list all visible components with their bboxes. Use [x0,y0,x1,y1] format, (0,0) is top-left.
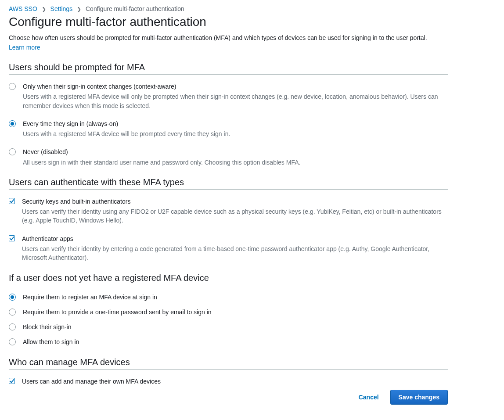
option-label: Users can add and manage their own MFA d… [22,377,448,385]
option-desc: Users can verify their identity using an… [22,207,448,225]
footer-actions: Cancel Save changes [9,390,448,405]
chevron-right-icon: ❯ [77,6,81,12]
no-device-option-group: Require them to register an MFA device a… [9,293,448,347]
page-description: Choose how often users should be prompte… [9,34,448,52]
radio-block[interactable] [9,323,16,330]
option-label: Require them to provide a one-time passw… [23,308,448,316]
checkbox-security-keys[interactable] [9,198,15,204]
option-desc: All users sign in with their standard us… [23,158,448,167]
types-option-security-keys[interactable]: Security keys and built-in authenticator… [9,197,448,225]
option-desc: Users can verify their identity by enter… [22,244,448,262]
breadcrumb-aws-sso[interactable]: AWS SSO [9,5,37,12]
cancel-button[interactable]: Cancel [354,390,383,404]
manage-option-users-manage-own[interactable]: Users can add and manage their own MFA d… [9,377,448,385]
section-title-no-device: If a user does not yet have a registered… [9,273,448,285]
checkbox-users-manage-own[interactable] [9,378,15,384]
learn-more-link[interactable]: Learn more [9,43,40,52]
prompt-option-never[interactable]: Never (disabled) All users sign in with … [9,148,448,166]
radio-context-aware[interactable] [9,83,16,90]
no-device-option-block[interactable]: Block their sign-in [9,323,448,332]
section-title-types: Users can authenticate with these MFA ty… [9,177,448,190]
page-description-text: Choose how often users should be prompte… [9,34,427,41]
prompt-option-context-aware[interactable]: Only when their sign-in context changes … [9,83,448,110]
manage-option-group: Users can add and manage their own MFA d… [9,377,448,385]
save-changes-button[interactable]: Save changes [390,390,448,405]
option-desc: Users with a registered MFA device will … [23,92,448,110]
no-device-option-allow[interactable]: Allow them to sign in [9,338,448,347]
breadcrumb-current: Configure multi-factor authentication [86,5,184,12]
option-label: Allow them to sign in [23,338,448,346]
option-label: Block their sign-in [23,323,448,331]
breadcrumb: AWS SSO ❯ Settings ❯ Configure multi-fac… [9,5,495,12]
option-label: Never (disabled) [23,148,448,156]
no-device-option-email-otp[interactable]: Require them to provide a one-time passw… [9,308,448,317]
types-option-group: Security keys and built-in authenticator… [9,197,448,262]
option-label: Only when their sign-in context changes … [23,83,448,90]
no-device-option-require-register[interactable]: Require them to register an MFA device a… [9,293,448,302]
page-title: Configure multi-factor authentication [9,15,448,31]
breadcrumb-settings[interactable]: Settings [50,5,73,12]
types-option-authenticator-apps[interactable]: Authenticator apps Users can verify thei… [9,235,448,262]
section-title-prompt: Users should be prompted for MFA [9,62,448,75]
radio-require-register[interactable] [9,294,16,301]
radio-never[interactable] [9,148,16,155]
option-label: Authenticator apps [22,235,448,243]
option-label: Require them to register an MFA device a… [23,293,448,301]
option-desc: Users with a registered MFA device will … [23,129,448,138]
prompt-option-always-on[interactable]: Every time they sign in (always-on) User… [9,120,448,138]
radio-email-otp[interactable] [9,309,16,316]
checkbox-authenticator-apps[interactable] [9,235,15,241]
prompt-option-group: Only when their sign-in context changes … [9,83,448,167]
radio-allow[interactable] [9,338,16,345]
radio-always-on[interactable] [9,120,16,127]
section-title-manage: Who can manage MFA devices [9,357,448,370]
option-label: Security keys and built-in authenticator… [22,197,448,205]
option-label: Every time they sign in (always-on) [23,120,448,128]
chevron-right-icon: ❯ [42,6,46,12]
